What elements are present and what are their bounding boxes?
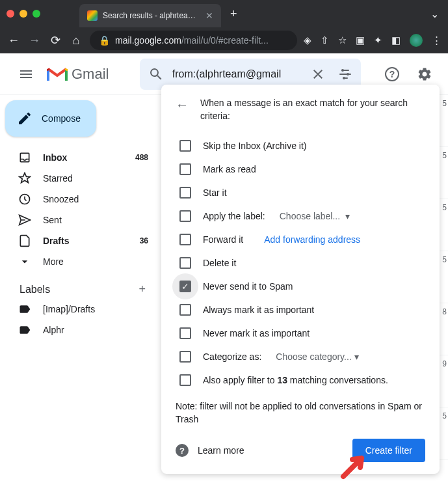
- send-icon: [18, 213, 31, 227]
- sidepanel-icon[interactable]: ◧: [391, 34, 401, 46]
- option-delete-it: Delete it: [203, 258, 236, 268]
- checkbox-forward-it[interactable]: [179, 234, 191, 245]
- option-always-important: Always mark it as important: [203, 305, 314, 315]
- url-host: mail.google.com: [115, 35, 181, 46]
- star-icon[interactable]: ☆: [338, 34, 347, 46]
- checkbox-apply-label[interactable]: [179, 210, 191, 222]
- help-circle-icon[interactable]: ?: [176, 444, 189, 457]
- label-item[interactable]: [Imap]/Drafts: [5, 299, 156, 320]
- svg-text:?: ?: [389, 69, 395, 79]
- profile-avatar[interactable]: [410, 34, 423, 47]
- nav-count: 488: [135, 153, 148, 162]
- compose-label: Compose: [42, 113, 81, 124]
- nav-count: 36: [140, 236, 148, 245]
- close-tab-icon[interactable]: ✕: [205, 10, 213, 21]
- option-mark-read: Mark as read: [203, 164, 256, 174]
- close-window-icon[interactable]: [7, 10, 14, 18]
- back-arrow-icon[interactable]: ←: [176, 98, 189, 113]
- kebab-menu-icon[interactable]: ⋮: [432, 34, 441, 46]
- clock-icon: [18, 193, 31, 206]
- home-button[interactable]: ⌂: [69, 34, 83, 48]
- nav-label: Inbox: [43, 152, 67, 163]
- sidebar-item-starred[interactable]: Starred: [5, 168, 156, 189]
- option-never-spam: Never send it to Spam: [203, 281, 293, 292]
- option-never-important: Never mark it as important: [203, 328, 310, 338]
- learn-more-link[interactable]: Learn more: [198, 445, 244, 456]
- checkbox-also-apply[interactable]: [179, 374, 191, 386]
- add-forwarding-link[interactable]: Add forwarding address: [264, 234, 360, 245]
- file-icon: [18, 234, 31, 247]
- nav-label: Sent: [43, 215, 62, 225]
- checkbox-star-it[interactable]: [179, 187, 191, 199]
- lock-icon: 🔒: [99, 35, 110, 46]
- nav-label: Starred: [43, 173, 73, 184]
- label-name: Alphr: [43, 325, 64, 335]
- option-star-it: Star it: [203, 187, 227, 198]
- tab-title: Search results - alphrteam@...: [103, 11, 200, 20]
- option-apply-label: Apply the label:: [203, 211, 265, 221]
- option-categorize: Categorize as:: [203, 351, 261, 362]
- choose-label-dropdown[interactable]: Choose label... ▾: [280, 211, 350, 221]
- star-icon: [18, 172, 31, 185]
- labels-header: Labels +: [5, 272, 156, 299]
- checkbox-mark-read[interactable]: [179, 163, 191, 175]
- checkbox-never-spam[interactable]: ✓: [179, 281, 191, 292]
- tabs-icon[interactable]: ▣: [356, 34, 365, 46]
- sidebar-item-inbox[interactable]: Inbox488: [5, 147, 156, 168]
- sidebar-item-snoozed[interactable]: Snoozed: [5, 189, 156, 210]
- inbox-icon: [18, 151, 31, 164]
- svg-point-1: [347, 73, 349, 76]
- choose-category-dropdown[interactable]: Choose category... ▾: [276, 351, 358, 362]
- help-icon[interactable]: ?: [379, 61, 405, 87]
- nav-label: Drafts: [43, 236, 69, 246]
- panel-title: When a message is an exact match for you…: [200, 96, 425, 122]
- checkbox-skip-inbox[interactable]: [179, 140, 191, 152]
- annotation-arrow: [339, 452, 368, 481]
- back-button[interactable]: ←: [7, 34, 21, 48]
- tab-list-dropdown-icon[interactable]: ⌄: [430, 8, 439, 20]
- reload-button[interactable]: ⟳: [48, 33, 62, 48]
- checkbox-always-important[interactable]: [179, 304, 191, 316]
- filter-note: Note: filter will not be applied to old …: [176, 400, 425, 426]
- compose-button[interactable]: Compose: [5, 100, 96, 137]
- label-name: [Imap]/Drafts: [43, 304, 95, 314]
- search-options-icon[interactable]: [334, 66, 356, 82]
- option-skip-inbox: Skip the Inbox (Archive it): [203, 141, 307, 151]
- gmail-favicon: [87, 10, 98, 21]
- window-controls[interactable]: [7, 10, 40, 18]
- svg-point-0: [341, 69, 344, 72]
- share-icon[interactable]: ⇧: [321, 34, 329, 46]
- settings-gear-icon[interactable]: [412, 61, 438, 87]
- filter-panel: ← When a message is an exact match for y…: [161, 85, 440, 474]
- checkbox-categorize[interactable]: [179, 351, 191, 363]
- label-icon: [18, 323, 31, 337]
- sidebar-item-drafts[interactable]: Drafts36: [5, 230, 156, 251]
- label-icon: [18, 303, 31, 316]
- search-input[interactable]: [172, 68, 302, 80]
- hamburger-menu-icon[interactable]: [10, 59, 42, 90]
- eye-icon[interactable]: ◈: [304, 34, 311, 46]
- sidebar-item-sent[interactable]: Sent: [5, 210, 156, 230]
- nav-label: Snoozed: [43, 194, 79, 204]
- checkbox-never-important[interactable]: [179, 327, 191, 339]
- maximize-window-icon[interactable]: [33, 10, 40, 18]
- svg-point-2: [343, 77, 345, 79]
- search-icon[interactable]: [145, 66, 166, 82]
- browser-tab[interactable]: Search results - alphrteam@... ✕: [79, 4, 221, 27]
- extensions-icon[interactable]: ✦: [374, 34, 382, 46]
- new-tab-button[interactable]: +: [230, 7, 237, 21]
- gmail-logo[interactable]: Gmail: [47, 66, 109, 83]
- app-name: Gmail: [72, 66, 109, 83]
- nav-label: More: [43, 256, 64, 267]
- url-path: /mail/u/0/#create-filt...: [181, 35, 269, 46]
- label-item[interactable]: Alphr: [5, 320, 156, 340]
- checkbox-delete-it[interactable]: [179, 257, 191, 269]
- address-bar[interactable]: 🔒 mail.google.com/mail/u/0/#create-filt.…: [90, 31, 297, 50]
- sidebar-item-more[interactable]: More: [5, 251, 156, 272]
- forward-button[interactable]: →: [27, 34, 42, 48]
- minimize-window-icon[interactable]: [20, 10, 27, 18]
- add-label-icon[interactable]: +: [138, 282, 146, 296]
- clear-search-icon[interactable]: [308, 66, 329, 82]
- option-also-apply: Also apply filter to 13 matching convers…: [203, 375, 388, 385]
- chevron-icon: [18, 255, 31, 268]
